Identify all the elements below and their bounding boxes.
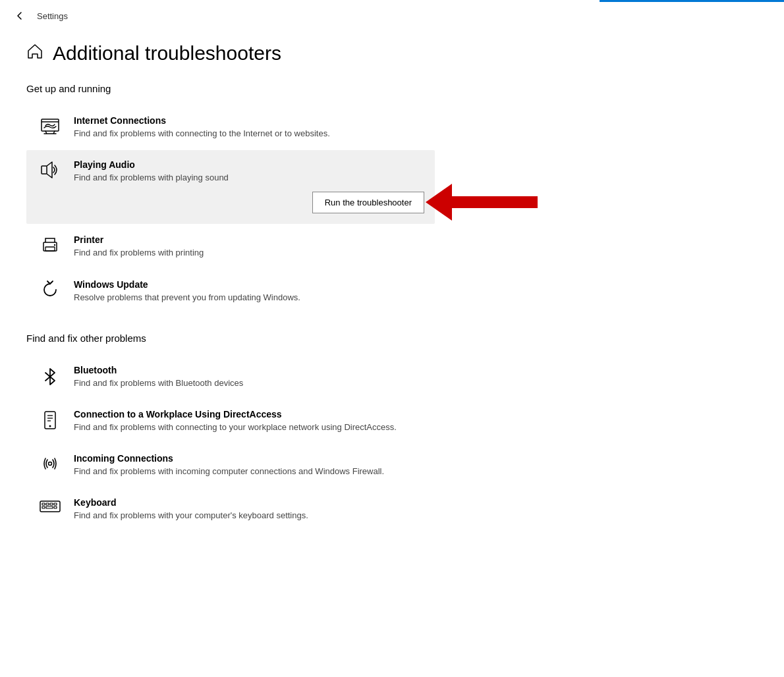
directaccess-icon xyxy=(37,410,63,430)
item-row: Internet Connections Find and fix proble… xyxy=(37,115,424,140)
item-directaccess[interactable]: Connection to a Workplace Using DirectAc… xyxy=(26,400,435,443)
item-row: Incoming Connections Find and fix proble… xyxy=(37,453,424,477)
item-row: Bluetooth Find and fix problems with Blu… xyxy=(37,365,424,389)
item-name: Incoming Connections xyxy=(74,453,424,464)
progress-bar xyxy=(600,0,784,2)
item-desc: Find and fix problems with Bluetooth dev… xyxy=(74,377,424,389)
keyboard-icon xyxy=(37,499,63,514)
item-name: Playing Audio xyxy=(74,159,424,170)
page-header: Additional troubleshooters xyxy=(26,42,435,65)
item-desc: Resolve problems that prevent you from u… xyxy=(74,292,424,304)
svg-rect-14 xyxy=(50,503,53,505)
svg-point-10 xyxy=(49,462,52,466)
item-text: Windows Update Resolve problems that pre… xyxy=(74,279,424,304)
back-button[interactable] xyxy=(13,9,26,22)
svg-rect-13 xyxy=(46,503,49,505)
item-desc: Find and fix problems with printing xyxy=(74,247,424,259)
settings-label: Settings xyxy=(37,11,68,21)
item-name: Printer xyxy=(74,234,424,245)
item-desc: Find and fix problems with connecting to… xyxy=(74,128,424,140)
item-bluetooth[interactable]: Bluetooth Find and fix problems with Blu… xyxy=(26,356,435,398)
svg-point-4 xyxy=(54,244,55,246)
item-name: Connection to a Workplace Using DirectAc… xyxy=(74,409,424,420)
item-desc: Find and fix problems with playing sound xyxy=(74,172,424,184)
item-keyboard[interactable]: Keyboard Find and fix problems with your… xyxy=(26,488,435,531)
item-printer[interactable]: Printer Find and fix problems with print… xyxy=(26,225,435,268)
run-button-row: Run the troubleshooter xyxy=(37,192,424,213)
update-icon xyxy=(37,281,63,299)
red-arrow-annotation xyxy=(426,184,538,221)
svg-rect-3 xyxy=(45,247,55,251)
item-row: Playing Audio Find and fix problems with… xyxy=(37,159,424,184)
item-name: Bluetooth xyxy=(74,365,424,375)
item-text: Bluetooth Find and fix problems with Blu… xyxy=(74,365,424,389)
item-text: Incoming Connections Find and fix proble… xyxy=(74,453,424,477)
main-content: Additional troubleshooters Get up and ru… xyxy=(0,29,461,559)
svg-point-9 xyxy=(49,425,51,427)
svg-rect-17 xyxy=(46,506,53,508)
audio-icon xyxy=(37,161,63,179)
item-name: Internet Connections xyxy=(74,115,424,126)
item-desc: Find and fix problems with incoming comp… xyxy=(74,466,424,477)
page-title: Additional troubleshooters xyxy=(53,42,281,65)
item-playing-audio[interactable]: Playing Audio Find and fix problems with… xyxy=(26,150,435,224)
item-text: Playing Audio Find and fix problems with… xyxy=(74,159,424,184)
item-incoming-connections[interactable]: Incoming Connections Find and fix proble… xyxy=(26,444,435,487)
item-row: Windows Update Resolve problems that pre… xyxy=(37,279,424,304)
item-name: Windows Update xyxy=(74,279,424,290)
svg-rect-18 xyxy=(54,506,57,508)
svg-rect-16 xyxy=(42,506,45,508)
section-heading-2: Find and fix other problems xyxy=(26,333,435,344)
top-bar: Settings xyxy=(0,0,784,29)
item-desc: Find and fix problems with connecting to… xyxy=(74,421,424,433)
item-internet-connections[interactable]: Internet Connections Find and fix proble… xyxy=(26,106,435,149)
bluetooth-icon xyxy=(37,366,63,386)
home-icon xyxy=(26,43,43,64)
section-heading-1: Get up and running xyxy=(26,83,435,94)
item-text: Internet Connections Find and fix proble… xyxy=(74,115,424,140)
svg-rect-15 xyxy=(54,503,57,505)
section-get-up-running: Get up and running Internet Connections … xyxy=(26,83,435,313)
internet-icon xyxy=(37,117,63,135)
item-text: Connection to a Workplace Using DirectAc… xyxy=(74,409,424,433)
run-troubleshooter-button[interactable]: Run the troubleshooter xyxy=(312,192,424,213)
item-text: Printer Find and fix problems with print… xyxy=(74,234,424,259)
arrow-shaft xyxy=(452,196,538,208)
item-row: Connection to a Workplace Using DirectAc… xyxy=(37,409,424,433)
item-row: Keyboard Find and fix problems with your… xyxy=(37,497,424,522)
printer-icon xyxy=(37,236,63,254)
item-row: Printer Find and fix problems with print… xyxy=(37,234,424,259)
item-windows-update[interactable]: Windows Update Resolve problems that pre… xyxy=(26,270,435,313)
svg-rect-12 xyxy=(42,503,45,505)
item-desc: Find and fix problems with your computer… xyxy=(74,510,424,522)
svg-rect-1 xyxy=(42,166,47,174)
section-find-fix: Find and fix other problems Bluetooth Fi… xyxy=(26,333,435,531)
arrow-head xyxy=(426,184,452,221)
incoming-icon xyxy=(37,454,63,474)
item-name: Keyboard xyxy=(74,497,424,508)
item-text: Keyboard Find and fix problems with your… xyxy=(74,497,424,522)
